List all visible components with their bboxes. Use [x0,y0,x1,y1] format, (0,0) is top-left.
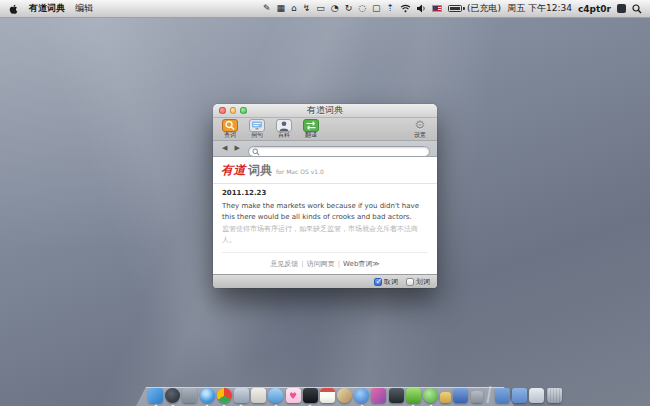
web-lookup-link[interactable]: Web查词≫ [343,260,380,268]
menu-edit[interactable]: 编辑 [75,2,93,15]
battery-label: (已充电) [467,2,501,15]
dock-icon-photo-booth[interactable] [182,388,197,403]
visit-web-link[interactable]: 访问网页 [307,260,335,268]
search-row: ◀ ▶ [213,141,437,157]
dock-icon-applications-folder[interactable] [495,388,510,403]
window-grid-icon[interactable]: ▦ [276,4,285,13]
screen-share-icon[interactable]: ▢ [372,4,381,13]
daily-sentence-en: They make the markets work because if yo… [222,201,428,222]
highlight-checkbox-label: 划词 [416,277,430,287]
dock-icon-finder[interactable] [148,388,163,403]
forward-button[interactable]: ▶ [232,144,241,153]
youdao-logo: 有道 [221,162,246,179]
dict-logo: 词典 [248,162,272,179]
dock-icon-colorful-app[interactable] [371,388,386,403]
daily-sentence-zh: 监管使得市场有序运行，如果缺乏监管，市场就会充斥着不法商人。 [222,224,428,245]
dock-icon-adium[interactable] [406,388,421,403]
dock-icon-textedit[interactable] [251,388,266,403]
toolbar-lookup-label: 查词 [224,132,236,139]
apple-menu-icon[interactable] [8,3,19,15]
window-titlebar[interactable]: 有道词典 [213,104,437,118]
up-arrow-icon[interactable]: ⇡ [387,4,395,13]
menu-bar: 有道词典 编辑 ✎ ▦ ⌂ ↯ ▭ ◔ ↻ ◌ ▢ ⇡ (已充电) [0,0,650,18]
highlight-translate-checkbox-group[interactable]: 划词 [406,277,430,287]
dock-icon-chrome[interactable] [217,388,232,403]
battery-icon [448,5,462,12]
dock-icon-grey-app[interactable] [471,391,483,403]
menu-clock[interactable]: 周五 下午12:34 [507,2,572,15]
spotlight-icon[interactable] [632,4,642,14]
pickup-checkbox-label: 取词 [384,277,398,287]
feedback-link[interactable]: 意见反馈 [270,260,298,268]
sync-arrows-icon[interactable]: ↻ [345,4,353,13]
brand-header: 有道 词典 for Mac OS v1.0 [213,157,437,184]
dock-icon-ical[interactable] [320,388,335,403]
window-content: 有道 词典 for Mac OS v1.0 2011.12.23 They ma… [213,157,437,274]
pickup-checkbox[interactable] [374,278,382,286]
us-flag-input-icon[interactable] [432,5,442,12]
window-toolbar: 查词 例句 百科 翻译 ⚙ [213,118,437,141]
window-statusbar: 取词 划词 [213,274,437,288]
dock-icon-safari[interactable] [200,388,215,403]
toolbar-examples-button[interactable]: 例句 [247,119,267,139]
zoom-button[interactable] [240,107,247,114]
toolbar-examples-label: 例句 [251,132,263,139]
toolbar-baike-button[interactable]: 百科 [274,119,294,139]
pen-icon[interactable]: ✎ [263,4,271,13]
search-input[interactable] [248,146,430,157]
daily-date: 2011.12.23 [222,189,428,197]
ocr-pickup-checkbox-group[interactable]: 取词 [374,277,398,287]
dock-icon-ichat[interactable] [268,388,283,403]
dock-icon-green-orb-app[interactable] [423,388,438,403]
toolbar-translate-label: 翻译 [305,132,317,139]
user-menu[interactable]: c4pt0r [578,4,611,14]
menu-app-name[interactable]: 有道词典 [29,2,65,15]
home-icon[interactable]: ⌂ [291,4,297,13]
dock-icon-chess[interactable] [389,388,404,403]
daily-sentence-section: 2011.12.23 They make the markets work be… [213,184,437,245]
brand-version: for Mac OS v1.0 [276,168,324,175]
dock-icon-iphoto[interactable] [337,388,352,403]
dock-icon-preview[interactable] [234,388,249,403]
toolbar-lookup-button[interactable]: 查词 [220,119,240,139]
toolbar-settings-label: 设置 [414,132,426,139]
dashed-circle-icon[interactable]: ◌ [358,4,366,13]
dock-icon-mini-app[interactable] [440,392,451,403]
bolt-icon[interactable]: ↯ [303,4,311,13]
wifi-icon[interactable] [400,4,411,13]
dock-icon-heart-app[interactable] [286,388,301,403]
dock-icon-terminal[interactable] [303,388,318,403]
dock-icon-downloads-stack[interactable] [529,388,544,403]
back-button[interactable]: ◀ [220,144,229,153]
highlight-checkbox[interactable] [406,278,414,286]
footer-links: 意见反馈|访问网页|Web查词≫ [222,252,428,269]
window-title: 有道词典 [213,104,437,117]
close-button[interactable] [219,107,226,114]
toolbar-baike-label: 百科 [278,132,290,139]
battery-indicator[interactable]: (已充电) [448,2,501,15]
desktop-wallpaper: 有道词典 编辑 ✎ ▦ ⌂ ↯ ▭ ◔ ↻ ◌ ▢ ⇡ (已充电) [0,0,650,406]
toolbar-settings-button[interactable]: ⚙ 设置 [410,119,430,139]
dock-icon-documents-folder[interactable] [512,388,527,403]
youdao-dictionary-window: 有道词典 查词 例句 百科 [213,104,437,288]
volume-icon[interactable] [417,4,426,13]
toolbar-translate-button[interactable]: 翻译 [301,119,321,139]
display-icon[interactable]: ▭ [316,4,325,13]
notification-menu-icon[interactable] [617,4,626,13]
dock-icon-itunes[interactable] [354,388,369,403]
dock-icon-blue-app[interactable] [453,388,468,403]
time-machine-icon[interactable]: ◔ [331,4,339,13]
minimize-button[interactable] [230,107,237,114]
dock-separator [486,386,491,403]
search-magnifier-icon [252,141,260,160]
dock [136,379,514,406]
dock-icon-quicktime[interactable] [165,388,180,403]
dock-icon-trash[interactable] [547,388,562,403]
